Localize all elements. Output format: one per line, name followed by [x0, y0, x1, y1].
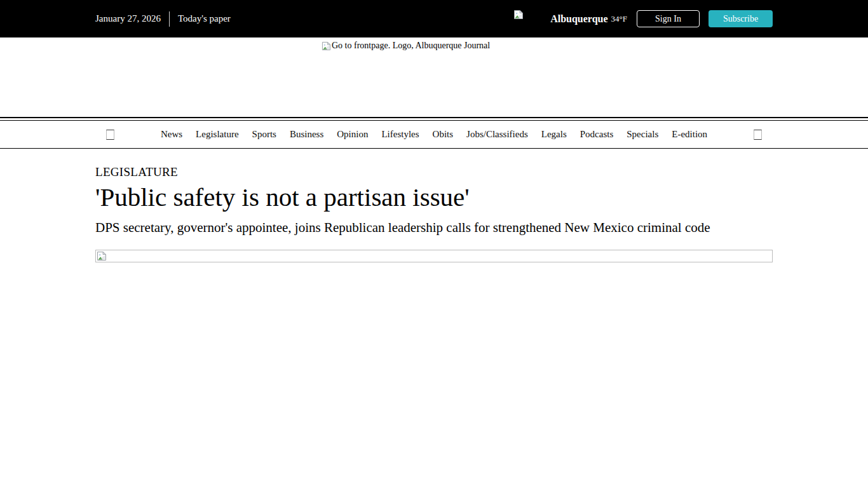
nav-item-opinion[interactable]: Opinion [337, 129, 368, 140]
current-date: January 27, 2026 [95, 13, 161, 24]
nav-item-e-edition[interactable]: E-edition [672, 129, 707, 140]
top-bar-inner: January 27, 2026 Today's paper Albuquerq… [95, 0, 773, 37]
sign-in-button[interactable]: Sign In [637, 10, 700, 27]
masthead: Go to frontpage. Logo, Albuquerque Journ… [0, 37, 868, 117]
logo-broken-image-icon [322, 41, 331, 51]
article-broken-image-icon [97, 251, 107, 261]
top-bar: January 27, 2026 Today's paper Albuquerq… [0, 0, 868, 37]
article: LEGISLATURE 'Public safety is not a part… [95, 149, 773, 262]
primary-nav: News Legislature Sports Business Opinion… [114, 129, 754, 140]
weather-city: Albuquerque [550, 13, 607, 25]
weather-broken-image-icon [513, 9, 524, 20]
nav-item-podcasts[interactable]: Podcasts [580, 129, 614, 140]
article-broken-image [95, 250, 773, 262]
divider [169, 11, 170, 27]
nav-item-legals[interactable]: Legals [541, 129, 567, 140]
article-subheadline: DPS secretary, governor's appointee, joi… [95, 220, 773, 236]
weather-widget: Albuquerque 34°F [513, 13, 627, 25]
article-category-link[interactable]: LEGISLATURE [95, 165, 178, 179]
frontpage-logo-link[interactable]: Go to frontpage. Logo, Albuquerque Journ… [322, 41, 490, 51]
article-headline: 'Public safety is not a partisan issue' [95, 183, 773, 212]
nav-item-jobs-classifieds[interactable]: Jobs/Classifieds [466, 129, 528, 140]
nav-item-legislature[interactable]: Legislature [196, 129, 238, 140]
nav-item-specials[interactable]: Specials [627, 129, 658, 140]
logo-alt-text: Go to frontpage. Logo, Albuquerque Journ… [332, 41, 490, 51]
nav-item-lifestyles[interactable]: Lifestyles [381, 129, 419, 140]
nav-row: News Legislature Sports Business Opinion… [95, 121, 773, 148]
nav-band-inner: News Legislature Sports Business Opinion… [0, 120, 868, 149]
nav-item-obits[interactable]: Obits [433, 129, 454, 140]
todays-paper-link[interactable]: Today's paper [178, 13, 231, 24]
nav-item-sports[interactable]: Sports [252, 129, 276, 140]
nav-item-business[interactable]: Business [290, 129, 323, 140]
search-icon[interactable] [754, 130, 762, 140]
nav-band: News Legislature Sports Business Opinion… [0, 117, 868, 149]
menu-icon[interactable] [106, 130, 114, 140]
subscribe-button[interactable]: Subscribe [709, 10, 773, 27]
weather-temperature: 34°F [611, 14, 627, 24]
nav-item-news[interactable]: News [161, 129, 182, 140]
